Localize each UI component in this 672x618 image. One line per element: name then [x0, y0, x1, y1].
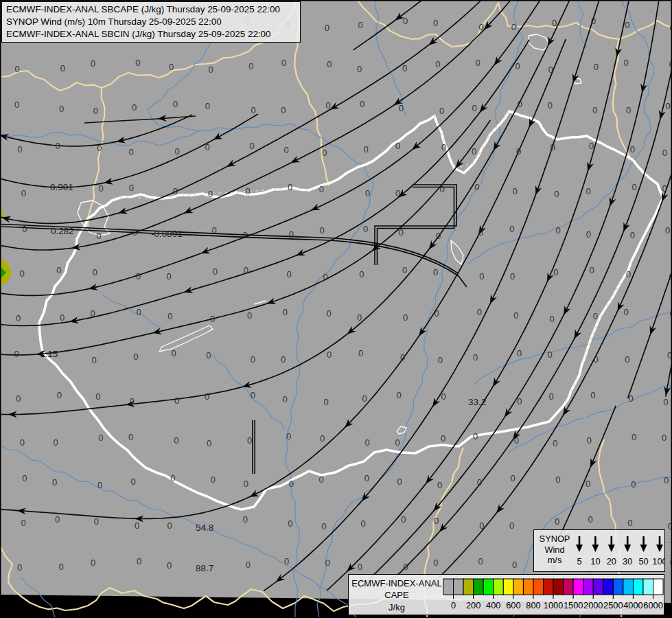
- grid-zero-label: 0: [625, 354, 629, 365]
- grid-zero-label: 0: [21, 518, 26, 528]
- grid-zero-label: 0: [21, 188, 26, 198]
- grid-zero-label: 0: [593, 311, 598, 321]
- grid-zero-label: 0: [478, 227, 483, 238]
- grid-zero-label: 0: [403, 562, 408, 572]
- cape-scale-tick-label: 6000: [643, 600, 662, 610]
- grid-zero-label: 0: [243, 514, 248, 525]
- cape-color-swatch: [523, 579, 533, 595]
- grid-zero-label: 0: [14, 64, 19, 74]
- grid-zero-label: 0: [552, 18, 557, 28]
- grid-zero-label: 0: [441, 391, 445, 402]
- wind-arrow-icon: [640, 545, 647, 552]
- grid-zero-label: 0: [208, 189, 213, 199]
- grid-zero-label: 0: [509, 224, 514, 234]
- grid-zero-label: 0: [439, 184, 444, 194]
- grid-zero-label: 0: [327, 59, 332, 69]
- grid-zero-label: 0: [96, 231, 101, 241]
- grid-zero-label: 0: [359, 269, 364, 279]
- grid-zero-label: 0: [167, 311, 172, 321]
- grid-zero-label: 0: [510, 271, 515, 282]
- cape-scale-tick-label: 600: [506, 600, 520, 610]
- grid-zero-label: 0: [17, 144, 22, 154]
- grid-zero-label: 0: [365, 437, 370, 448]
- grid-zero-label: 0: [662, 433, 667, 443]
- grid-zero-label: 0: [251, 354, 255, 365]
- grid-zero-label: 0: [55, 514, 60, 525]
- cape-color-swatch: [463, 579, 474, 595]
- grid-zero-label: 0: [172, 348, 176, 358]
- grid-zero-label: 0: [434, 516, 439, 526]
- grid-zero-label: 0: [397, 477, 402, 487]
- grid-zero-label: 0: [512, 560, 517, 570]
- grid-zero-label: 0: [513, 310, 518, 321]
- grid-zero-label: 0: [512, 186, 517, 196]
- grid-zero-label: 0: [93, 106, 98, 116]
- grid-zero-label: 0: [395, 437, 399, 448]
- grid-zero-label: 0: [173, 186, 178, 196]
- wind-speed-value: 5: [577, 556, 581, 566]
- map-canvas: 0000000000000000000000000000000000000000…: [0, 0, 672, 618]
- cape-color-swatch: [564, 579, 574, 595]
- grid-zero-label: 0: [322, 148, 327, 158]
- cape-color-swatch: [513, 579, 524, 595]
- grid-zero-label: 0: [632, 182, 636, 192]
- grid-zero-label: 0: [433, 267, 438, 277]
- grid-zero-label: 0: [591, 16, 596, 26]
- grid-zero-label: 0: [594, 62, 599, 72]
- grid-zero-label: 0: [517, 396, 522, 407]
- grid-zero-label: 0: [320, 433, 325, 444]
- grid-zero-label: 0: [475, 58, 480, 68]
- grid-zero-label: 0: [441, 142, 446, 152]
- grid-zero-label: 0: [327, 350, 332, 360]
- grid-zero-label: 0: [363, 144, 368, 154]
- point-value-label: 33.2: [468, 397, 486, 407]
- wind-arrow-icon: [624, 545, 631, 552]
- grid-zero-label: 0: [514, 435, 519, 446]
- grid-zero-label: 0: [549, 391, 554, 402]
- grid-zero-label: 0: [244, 265, 248, 275]
- grid-zero-label: 0: [98, 433, 103, 443]
- cape-color-swatch: [593, 579, 603, 595]
- grid-zero-label: 0: [56, 265, 61, 275]
- grid-zero-label: 0: [590, 265, 594, 275]
- grid-zero-label: 0: [630, 144, 635, 154]
- grid-zero-label: 0: [319, 225, 324, 236]
- cape-color-swatch: [573, 579, 583, 595]
- grid-zero-label: 0: [16, 313, 21, 323]
- grid-zero-label: 0: [362, 393, 367, 404]
- grid-zero-label: 0: [399, 227, 404, 238]
- grid-zero-label: 0: [478, 556, 483, 566]
- grid-zero-label: 0: [244, 479, 248, 489]
- grid-zero-label: 0: [55, 141, 60, 151]
- grid-zero-label: 0: [589, 141, 594, 151]
- point-value-label: 88.7: [196, 563, 213, 573]
- wind-arrow-icon: [608, 545, 615, 552]
- grid-zero-label: 0: [246, 186, 251, 196]
- grid-zero-label: 0: [553, 438, 557, 448]
- grid-zero-label: 0: [435, 59, 440, 69]
- grid-zero-label: 0: [626, 105, 631, 115]
- cape-color-swatch: [483, 579, 494, 595]
- title-line-sbcin: ECMWF-INDEX-ANAL SBCIN (J/kg) Thursday 2…: [6, 28, 296, 41]
- wind-legend-title: SYNOP Wind m/s: [535, 534, 574, 566]
- point-value-label: -0.0891: [151, 229, 183, 239]
- grid-zero-label: 0: [629, 393, 634, 404]
- grid-zero-label: 0: [357, 312, 362, 323]
- title-line-wind: SYNOP Wind (m/s) 10m Thursday 25-09-2025…: [6, 16, 296, 28]
- grid-zero-label: 0: [17, 562, 22, 573]
- grid-zero-label: 0: [92, 355, 97, 365]
- grid-zero-label: 0: [169, 62, 174, 72]
- wind-speed-value: 10: [590, 556, 600, 566]
- grid-zero-label: 0: [22, 473, 27, 483]
- grid-zero-label: 0: [98, 183, 103, 194]
- grid-zero-label: 0: [20, 268, 25, 279]
- grid-zero-label: 0: [511, 22, 516, 32]
- grid-zero-label: 0: [630, 230, 635, 240]
- wind-speed-value: 50: [638, 556, 648, 566]
- grid-zero-label: 0: [360, 99, 364, 109]
- grid-zero-label: 0: [472, 146, 476, 157]
- wind-speed-arrows: 510203050100: [574, 531, 664, 571]
- grid-zero-label: 0: [395, 141, 400, 151]
- grid-zero-label: 0: [14, 349, 19, 359]
- map-title-panel: ECMWF-INDEX-ANAL SBCAPE (J/kg) Thursday …: [1, 1, 301, 43]
